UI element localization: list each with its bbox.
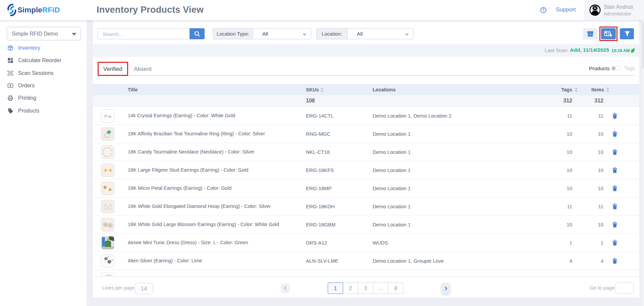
- svg-text:Simple: Simple: [17, 6, 42, 14]
- svg-text:RFiD: RFiD: [42, 6, 60, 14]
